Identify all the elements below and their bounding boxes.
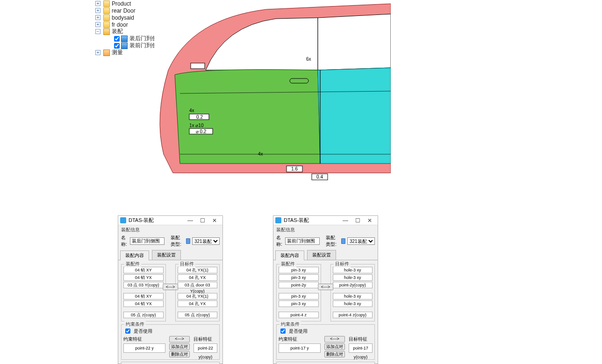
swap-pair-button[interactable]: <--->	[169, 336, 190, 343]
list-item[interactable]: point-2y(copy)	[333, 282, 373, 288]
list-item[interactable]: hole-3 xy	[333, 300, 373, 307]
del-pair-button[interactable]: 删除点对	[169, 351, 190, 357]
name-label: 名称:	[121, 235, 128, 248]
list-item[interactable]: 04 孔 YX(1)	[178, 293, 218, 300]
desc-label: 装配描述	[276, 362, 375, 364]
tree-checkbox[interactable]	[114, 36, 120, 42]
titlebar[interactable]: DTAS-装配 — ☐ ✕	[273, 216, 378, 225]
svg-rect-6	[191, 63, 205, 69]
folder-icon	[103, 21, 110, 28]
tab-settings[interactable]: 装配设置	[307, 250, 336, 260]
close-button[interactable]: ✕	[364, 217, 376, 224]
list-item[interactable]: 03 点 03 Y(copy)	[123, 282, 164, 288]
maximize-button[interactable]: ☐	[351, 217, 364, 224]
del-pair-button[interactable]: 删除点对	[324, 351, 345, 357]
use-checkbox[interactable]	[125, 328, 130, 334]
list-item[interactable]: 03 点 door 03 Y(copy)	[178, 282, 218, 288]
list-item[interactable]: 04 孔 YX(1)	[178, 267, 218, 273]
window-title: DTAS-装配	[129, 217, 184, 224]
right-group-title: 目标件	[179, 261, 195, 267]
target-value[interactable]: point-17 y(copy)	[349, 343, 373, 353]
constraint-feature-label: 约束特征	[123, 336, 165, 343]
list-item[interactable]: 05 点 z(copy)	[178, 312, 218, 318]
constraint-value[interactable]: point-22 y	[123, 343, 165, 353]
add-pair-button[interactable]: 添加点对	[324, 343, 345, 350]
list-item[interactable]: hole-3 xy	[333, 293, 373, 300]
expand-icon[interactable]: +	[95, 50, 100, 55]
measure-icon	[103, 50, 110, 56]
add-pair-button[interactable]: 添加点对	[169, 343, 190, 350]
maximize-button[interactable]: ☐	[196, 217, 208, 224]
use-label: 是否使用	[134, 328, 152, 335]
list-item[interactable]: 05 点 z(copy)	[123, 312, 164, 318]
minimize-button[interactable]: —	[184, 217, 196, 224]
tab-content[interactable]: 装配内容	[275, 250, 304, 260]
list-item[interactable]: 04 销 YX	[123, 274, 164, 281]
list-item[interactable]: hole-3 xy	[333, 274, 373, 281]
expand-icon[interactable]: +	[95, 22, 100, 27]
tree-checkbox[interactable]	[114, 43, 120, 49]
tree-label: rear Door	[112, 7, 136, 14]
desc-label: 装配描述	[121, 362, 220, 364]
target-feature-label: 目标特征	[349, 336, 373, 343]
folder-icon	[103, 7, 110, 14]
swap-pair-button[interactable]: <--->	[324, 336, 345, 343]
list-item[interactable]: 04 销 YX	[123, 300, 164, 307]
list-item[interactable]: 04 孔 YX	[178, 300, 218, 307]
use-checkbox[interactable]	[280, 328, 286, 334]
app-icon	[120, 217, 126, 223]
collapse-icon[interactable]: −	[95, 29, 100, 34]
tree-label: fr door	[112, 21, 128, 28]
constraint-value[interactable]: point-17 y	[279, 343, 321, 353]
list-item[interactable]: pin-3 xy	[279, 274, 319, 281]
list-item[interactable]: pin-3 xy	[279, 293, 319, 300]
tree-label: bodysaid	[112, 14, 134, 21]
expand-icon[interactable]: +	[95, 15, 100, 20]
list-item[interactable]: point-2y	[279, 282, 319, 288]
name-label: 名称:	[276, 235, 283, 248]
list-item[interactable]: hole-3 xy	[333, 267, 373, 273]
type-combo[interactable]: 321装配	[347, 237, 375, 245]
dtas-dialog-1: DTAS-装配 — ☐ ✕ 装配信息 名称: 装配类型: 321装配 装配内容 …	[118, 215, 223, 364]
assembly-icon	[103, 29, 110, 35]
app-icon	[275, 217, 281, 223]
tab-settings[interactable]: 装配设置	[152, 250, 181, 260]
right-group-title: 目标件	[334, 261, 351, 267]
name-input[interactable]	[285, 237, 320, 245]
window-title: DTAS-装配	[284, 217, 339, 224]
name-input[interactable]	[130, 237, 165, 245]
list-item[interactable]: pin-3 xy	[279, 267, 319, 273]
annot: 0.2	[196, 114, 203, 120]
target-value[interactable]: point-22 y(copy)	[194, 343, 217, 353]
annot: 6x	[306, 57, 311, 62]
folder-icon	[103, 14, 110, 21]
minimize-button[interactable]: —	[339, 217, 351, 224]
swap-button[interactable]: <--->	[163, 284, 179, 290]
annot: 1x ⌀10	[189, 123, 204, 128]
constraint-group-title: 约束条件	[280, 321, 301, 328]
tabs: 装配内容 装配设置	[118, 250, 222, 260]
tabs: 装配内容 装配设置	[273, 250, 378, 260]
list-item[interactable]: 04 销 XY	[123, 267, 164, 273]
3d-viewport[interactable]: 4x 0.2 1x ⌀10 ⌀ 0.2 4x 0.2 6x 1.6 0.4	[154, 0, 391, 182]
tree-label: 装配	[112, 28, 123, 36]
list-item[interactable]: 04 孔 YX	[178, 274, 218, 281]
use-label: 是否使用	[289, 328, 308, 335]
left-group-title: 装配件	[280, 261, 296, 267]
type-label: 装配类型:	[171, 235, 184, 248]
expand-icon[interactable]: +	[95, 8, 100, 13]
operation-icon	[121, 36, 128, 42]
tree-label: Product	[112, 0, 131, 7]
titlebar[interactable]: DTAS-装配 — ☐ ✕	[118, 216, 222, 225]
list-item[interactable]: point-4 z(copy)	[333, 312, 373, 318]
list-item[interactable]: 04 销 XY	[123, 293, 164, 300]
list-item[interactable]: pin-3 xy	[279, 300, 319, 307]
list-item[interactable]: point-4 z	[279, 312, 319, 318]
swap-button[interactable]: <--->	[318, 284, 334, 290]
expand-icon[interactable]: +	[95, 1, 100, 6]
type-label: 装配类型:	[326, 235, 339, 248]
constraint-feature-label: 约束特征	[279, 336, 321, 343]
type-combo[interactable]: 321装配	[192, 237, 220, 245]
tab-content[interactable]: 装配内容	[120, 250, 149, 260]
close-button[interactable]: ✕	[208, 217, 221, 224]
